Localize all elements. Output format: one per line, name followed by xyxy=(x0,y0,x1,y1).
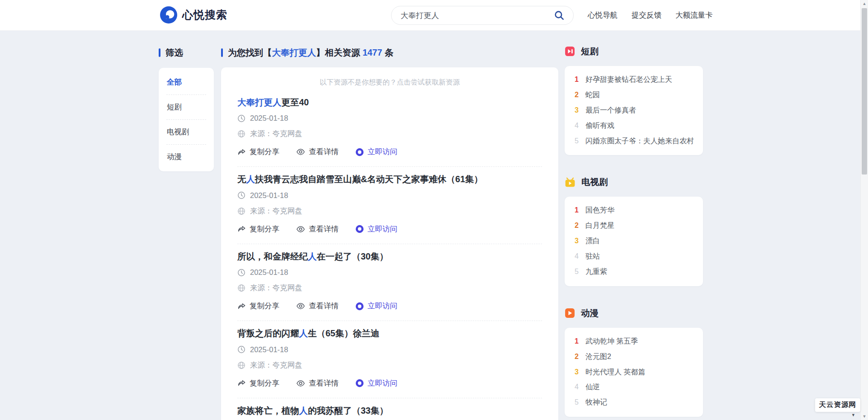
result-actions: 复制分享 查看详情 立即访问 xyxy=(237,147,542,157)
clock-icon xyxy=(237,269,245,277)
share-icon xyxy=(237,379,246,387)
watermark-badge[interactable]: 天云资源网 xyxy=(815,398,861,412)
drama-video-icon xyxy=(565,46,575,57)
result-item: 大奉打更人更至40 2025-01-18 来源：夸克网盘 复制分享 查看详情 xyxy=(237,90,542,167)
copy-share-button[interactable]: 复制分享 xyxy=(237,224,279,234)
result-title[interactable]: 大奉打更人更至40 xyxy=(237,97,542,108)
scrollbar-thumb[interactable] xyxy=(862,8,867,175)
result-date-row: 2025-01-18 xyxy=(237,268,542,277)
result-item: 背叛之后的闪耀人生（65集）徐兰迪 2025-01-18 来源：夸克网盘 复制分… xyxy=(237,321,542,398)
visit-now-button[interactable]: 立即访问 xyxy=(355,147,397,157)
view-detail-button[interactable]: 查看详情 xyxy=(296,301,339,311)
header: 心悦搜索 心悦导航 提交反馈 大额流量卡 xyxy=(0,0,868,31)
results-heading: 为您找到【大奉打更人】相关资源 1477 条 xyxy=(221,47,558,59)
rank-list-item[interactable]: 5闪婚京圈太子爷：夫人她来自农村 xyxy=(574,137,694,146)
copy-share-button[interactable]: 复制分享 xyxy=(237,301,279,311)
ranking-header: 短剧 xyxy=(565,45,703,57)
result-title[interactable]: 背叛之后的闪耀人生（65集）徐兰迪 xyxy=(237,328,542,339)
view-detail-button[interactable]: 查看详情 xyxy=(296,147,339,157)
rank-list-item[interactable]: 1武动乾坤 第五季 xyxy=(574,337,694,346)
watermark-collapse-icon[interactable]: ▼ xyxy=(851,413,855,417)
rank-list-item[interactable]: 5牧神记 xyxy=(574,398,694,407)
visit-now-button[interactable]: 立即访问 xyxy=(355,378,397,388)
eye-icon xyxy=(296,225,305,234)
filter-item-tv-series[interactable]: 电视剧 xyxy=(166,120,206,145)
rank-list-item[interactable]: 3漂白 xyxy=(574,237,694,245)
search-input[interactable] xyxy=(401,11,552,20)
visit-now-button[interactable]: 立即访问 xyxy=(355,301,397,311)
tv-icon xyxy=(565,177,576,188)
ranking-tv-series: 电视剧 1国色芳华 2白月梵星 3漂白 4驻站 5九重紫 xyxy=(565,176,703,286)
rank-list-item[interactable]: 3时光代理人 英都篇 xyxy=(574,368,694,377)
result-title[interactable]: 家族将亡，植物人的我苏醒了（33集） xyxy=(237,406,542,416)
section-bar xyxy=(159,48,160,57)
result-date-row: 2025-01-18 xyxy=(237,345,542,354)
results-keyword: 大奉打更人 xyxy=(272,47,316,57)
view-detail-button[interactable]: 查看详情 xyxy=(296,224,339,234)
rank-list-item[interactable]: 4驻站 xyxy=(574,252,694,261)
rank-list-item[interactable]: 1好孕甜妻被钻石老公宠上天 xyxy=(574,76,694,84)
globe-icon xyxy=(237,361,245,369)
scrollbar-down-arrow-icon[interactable]: ▼ xyxy=(861,413,868,420)
filter-item-all[interactable]: 全部 xyxy=(166,70,206,95)
scrollbar[interactable]: ▲ ▼ xyxy=(860,0,868,420)
rank-list-item[interactable]: 5九重紫 xyxy=(574,268,694,276)
globe-icon xyxy=(237,130,245,138)
result-source-row: 来源：夸克网盘 xyxy=(237,360,542,370)
logo-icon xyxy=(160,6,178,24)
results-count: 1477 xyxy=(363,47,382,57)
refresh-notice[interactable]: 以下资源不是你想要的？点击尝试获取新资源 xyxy=(237,77,542,90)
visit-now-button[interactable]: 立即访问 xyxy=(355,224,397,234)
eye-icon xyxy=(296,302,305,311)
nav-link-data-card[interactable]: 大额流量卡 xyxy=(675,10,713,20)
result-actions: 复制分享 查看详情 立即访问 xyxy=(237,224,542,234)
ranking-anime: 动漫 1武动乾坤 第五季 2沧元图2 3时光代理人 英都篇 4仙逆 5牧神记 xyxy=(565,307,703,417)
filter-title: 筛选 xyxy=(159,47,214,59)
clock-icon xyxy=(237,345,245,354)
results-heading-text: 为您找到【大奉打更人】相关资源 1477 条 xyxy=(228,47,393,59)
search-box xyxy=(391,6,574,25)
result-actions: 复制分享 查看详情 立即访问 xyxy=(237,301,542,311)
site-logo[interactable]: 心悦搜索 xyxy=(160,6,227,24)
scrollbar-up-arrow-icon[interactable]: ▲ xyxy=(861,0,868,7)
ring-icon xyxy=(355,302,364,311)
clock-icon xyxy=(237,191,245,199)
ranking-card: 1武动乾坤 第五季 2沧元图2 3时光代理人 英都篇 4仙逆 5牧神记 xyxy=(565,328,703,417)
copy-share-button[interactable]: 复制分享 xyxy=(237,378,279,388)
copy-share-button[interactable]: 复制分享 xyxy=(237,147,279,157)
rank-list-item[interactable]: 1国色芳华 xyxy=(574,206,694,215)
rank-list-item[interactable]: 4偷听有戏 xyxy=(574,122,694,130)
filter-item-anime[interactable]: 动漫 xyxy=(166,145,206,169)
search-button[interactable] xyxy=(552,9,566,22)
result-source-row: 来源：夸克网盘 xyxy=(237,283,542,293)
rank-list-item[interactable]: 4仙逆 xyxy=(574,383,694,392)
top-nav: 心悦导航 提交反馈 大额流量卡 xyxy=(588,0,713,31)
result-title[interactable]: 无人扶我青云志我自踏雪至山巅&名动天下之家事难休（61集） xyxy=(237,174,542,184)
section-bar xyxy=(221,48,223,57)
result-date-row: 2025-01-18 xyxy=(237,114,542,123)
rank-list-item[interactable]: 2白月梵星 xyxy=(574,222,694,230)
eye-icon xyxy=(296,147,305,156)
result-item: 无人扶我青云志我自踏雪至山巅&名动天下之家事难休（61集） 2025-01-18… xyxy=(237,167,542,244)
clock-icon xyxy=(237,114,245,123)
rank-list-item[interactable]: 3最后一个修真者 xyxy=(574,106,694,115)
globe-icon xyxy=(237,207,245,215)
share-icon xyxy=(237,302,246,311)
result-title[interactable]: 所以，和金牌经纪人在一起了（30集） xyxy=(237,251,542,262)
rank-list-item[interactable]: 2蛇园 xyxy=(574,91,694,99)
nav-link-navigation[interactable]: 心悦导航 xyxy=(588,10,618,20)
view-detail-button[interactable]: 查看详情 xyxy=(296,378,339,388)
ranking-card: 1好孕甜妻被钻石老公宠上天 2蛇园 3最后一个修真者 4偷听有戏 5闪婚京圈太子… xyxy=(565,66,703,155)
result-source-row: 来源：夸克网盘 xyxy=(237,206,542,216)
rank-list-item[interactable]: 2沧元图2 xyxy=(574,353,694,361)
filter-sidebar: 筛选 全部 短剧 电视剧 动漫 xyxy=(159,47,214,171)
ranking-header: 动漫 xyxy=(565,307,703,319)
result-item: 家族将亡，植物人的我苏醒了（33集） 2025-01-18 来源：夸克网盘 xyxy=(237,398,542,420)
ring-icon xyxy=(355,225,364,233)
share-icon xyxy=(237,225,246,233)
filter-item-short-drama[interactable]: 短剧 xyxy=(166,95,206,120)
result-source-row: 来源：夸克网盘 xyxy=(237,129,542,139)
ranking-card: 1国色芳华 2白月梵星 3漂白 4驻站 5九重紫 xyxy=(565,197,703,286)
nav-link-feedback[interactable]: 提交反馈 xyxy=(632,10,661,20)
ring-icon xyxy=(355,379,364,387)
